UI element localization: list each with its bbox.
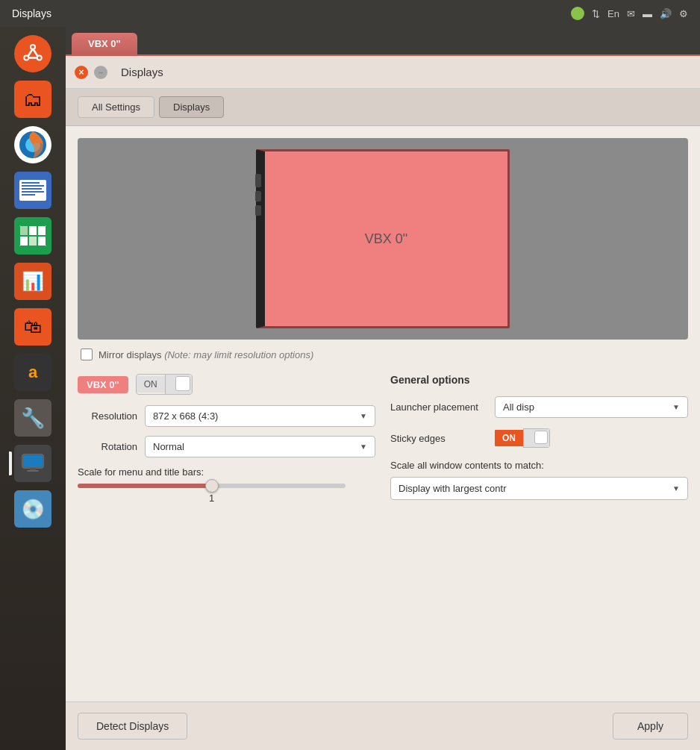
- svg-rect-14: [30, 468, 36, 470]
- sidebar-item-firefox[interactable]: [12, 124, 54, 166]
- svg-point-6: [25, 57, 28, 60]
- rotation-row: Rotation Normal ▼: [78, 436, 375, 457]
- sticky-edges-label: Sticky edges: [390, 433, 487, 444]
- svg-rect-13: [23, 455, 43, 467]
- on-toggle[interactable]: ON: [136, 374, 193, 395]
- mirror-label: Mirror displays (Note: may limit resolut…: [99, 349, 313, 360]
- nav-tabs: All Settings Displays: [66, 89, 700, 126]
- ubuntu-logo-icon: [21, 42, 45, 66]
- gear-icon: ⚙: [679, 8, 688, 19]
- scale-label: Scale for menu and title bars:: [78, 466, 375, 478]
- minimize-button[interactable]: –: [94, 66, 107, 79]
- topbar-icons: ⇅ En ✉ ▬ 🔊 ⚙: [571, 7, 688, 20]
- slider-track[interactable]: [78, 484, 346, 488]
- firefox-icon: [18, 130, 48, 160]
- bottom-bar: Detect Displays Apply: [66, 701, 700, 750]
- rotation-dropdown-arrow: ▼: [360, 443, 367, 451]
- launcher-placement-dropdown[interactable]: All disp ▼: [495, 396, 688, 418]
- launcher-dropdown-arrow: ▼: [672, 403, 680, 411]
- left-settings: VBX 0" ON Resolution 872 x 668 (4:3) ▼: [78, 374, 375, 696]
- sticky-on-label: ON: [495, 430, 523, 446]
- sidebar-item-writer[interactable]: [12, 169, 54, 211]
- svg-point-5: [38, 57, 41, 60]
- mirror-checkbox[interactable]: [81, 349, 93, 360]
- sidebar-item-calc[interactable]: [12, 215, 54, 257]
- sidebar-item-software[interactable]: 🛍: [12, 306, 54, 348]
- rotation-dropdown[interactable]: Normal ▼: [145, 436, 375, 457]
- close-button[interactable]: ×: [75, 66, 88, 79]
- svg-point-4: [31, 46, 34, 49]
- general-options-title: General options: [390, 374, 688, 386]
- slider-value: 1: [78, 493, 346, 504]
- right-settings: General options Launcher placement All d…: [390, 374, 688, 696]
- window-tab[interactable]: VBX 0": [72, 33, 137, 54]
- sidebar: 🗂: [0, 27, 66, 750]
- on-toggle-label: ON: [137, 376, 165, 393]
- network-icon: ⇅: [592, 8, 600, 19]
- scale-section: Scale for menu and title bars: 1: [78, 466, 375, 504]
- tab-all-settings[interactable]: All Settings: [78, 96, 154, 118]
- scale-dropdown-arrow: ▼: [672, 484, 680, 493]
- mirror-note: (Note: may limit resolution options): [164, 349, 313, 360]
- slider-thumb[interactable]: [205, 479, 219, 493]
- indicator-circle-icon: [571, 7, 584, 20]
- volume-icon: 🔊: [660, 8, 672, 19]
- apply-button[interactable]: Apply: [613, 713, 688, 740]
- sidebar-item-ubuntu[interactable]: [12, 33, 54, 75]
- rotation-label: Rotation: [78, 441, 137, 452]
- resolution-dropdown[interactable]: 872 x 668 (4:3) ▼: [145, 405, 375, 427]
- window-titlebar: × – Displays: [66, 56, 700, 89]
- tab-displays[interactable]: Displays: [159, 96, 224, 118]
- monitor-label: VBX 0": [365, 231, 407, 247]
- resolution-dropdown-arrow: ▼: [360, 412, 367, 420]
- launcher-placement-row: Launcher placement All disp ▼: [390, 396, 688, 418]
- display-icon: [19, 450, 46, 477]
- battery-icon: ▬: [643, 8, 652, 19]
- language-icon: En: [607, 8, 619, 19]
- display-badge: VBX 0": [78, 376, 128, 393]
- monitor-side-buttons: [255, 174, 261, 216]
- launcher-placement-label: Launcher placement: [390, 401, 487, 413]
- detect-displays-button[interactable]: Detect Displays: [78, 713, 187, 740]
- mirror-option: Mirror displays (Note: may limit resolut…: [66, 346, 700, 368]
- sidebar-item-amazon[interactable]: a: [12, 351, 54, 393]
- sticky-toggle[interactable]: ON: [495, 428, 550, 448]
- scale-contents-dropdown[interactable]: Display with largest contr ▼: [390, 477, 688, 500]
- resolution-row: Resolution 872 x 668 (4:3) ▼: [78, 405, 375, 427]
- topbar-title: Displays: [12, 7, 51, 19]
- window-title: Displays: [121, 66, 163, 78]
- sidebar-item-display[interactable]: [12, 443, 54, 484]
- sidebar-item-disk[interactable]: 💿: [12, 488, 54, 530]
- mail-icon: ✉: [627, 8, 635, 19]
- svg-rect-15: [27, 470, 39, 472]
- resolution-label: Resolution: [78, 410, 137, 422]
- sidebar-item-tools[interactable]: 🔧: [12, 397, 54, 439]
- sidebar-item-files[interactable]: 🗂: [12, 78, 54, 120]
- scale-contents-section: Scale all window contents to match: Disp…: [390, 460, 688, 500]
- sticky-edges-row: Sticky edges ON: [390, 428, 688, 448]
- display-monitor[interactable]: VBX 0": [256, 149, 510, 328]
- scale-contents-label: Scale all window contents to match:: [390, 460, 688, 471]
- display-preview-area: VBX 0": [78, 138, 688, 340]
- sidebar-item-impress[interactable]: 📊: [12, 260, 54, 302]
